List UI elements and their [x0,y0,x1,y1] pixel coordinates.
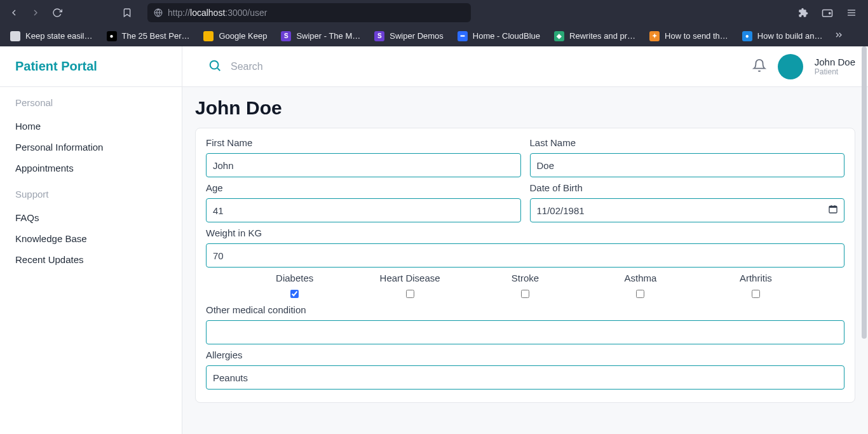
label-age: Age [206,182,521,193]
bookmark-item[interactable]: ◆Rewrites and pr… [549,29,641,44]
sidebar-item-knowledge-base[interactable]: Knowledge Base [15,228,166,249]
field-weight: Weight in KG [206,227,844,268]
url-bar[interactable]: http://localhost:3000/user [147,3,471,22]
bookmark-favicon: ● [742,31,752,41]
condition-label: Arthritis [740,273,772,283]
bookmark-item[interactable]: SSwiper - The M… [276,29,365,44]
input-first-name[interactable] [206,153,521,177]
globe-icon [154,8,163,17]
field-last-name: Last Name [530,137,845,177]
search-input[interactable] [231,61,358,72]
scrollbar[interactable] [862,46,867,434]
sidebar-header: Patient Portal [0,46,182,87]
bookmark-item[interactable]: Keep state easil… [5,29,98,44]
input-dob[interactable] [530,198,845,222]
bookmark-favicon: ✦ [649,31,660,41]
sidebar-section-label: Support [15,189,166,200]
bookmark-label: How to build an… [757,31,823,41]
bookmark-favicon [10,31,20,41]
input-weight[interactable] [206,243,844,268]
extensions-icon[interactable] [794,4,812,22]
checkbox-arthritis[interactable] [752,290,760,298]
svg-point-7 [210,60,219,69]
topbar: John Doe Patient [182,46,868,87]
forward-button[interactable] [27,4,44,22]
input-allergies[interactable] [206,365,844,390]
bookmark-label: Keep state easil… [25,31,93,41]
input-other-condition[interactable] [206,320,844,344]
form-card: First Name Last Name Age Date of Birth [195,128,855,403]
notifications-icon[interactable] [752,58,766,75]
field-allergies: Allergies [206,349,844,390]
bookmark-label: Rewrites and pr… [569,31,635,41]
search [208,58,752,75]
bookmark-item[interactable]: Google Keep [198,29,272,44]
avatar[interactable] [778,54,803,79]
bookmark-favicon: ● [107,31,117,41]
scrollbar-thumb[interactable] [862,46,867,339]
back-button[interactable] [5,4,23,22]
browser-chrome: http://localhost:3000/user Keep state ea… [0,0,868,46]
reload-button[interactable] [48,4,66,22]
checkbox-heart-disease[interactable] [406,290,414,298]
bookmark-item[interactable]: ✦How to send th… [644,29,733,44]
condition-asthma: Asthma [590,273,691,298]
content: John Doe First Name Last Name Age [182,87,868,434]
input-age[interactable] [206,198,521,222]
conditions-row: Diabetes Heart Disease Stroke Asthma [206,273,844,298]
bookmark-page-icon[interactable] [118,4,136,22]
sidebar-section-label: Personal [15,97,166,108]
bookmark-favicon: S [374,31,384,41]
condition-diabetes: Diabetes [244,273,345,298]
search-icon [208,58,222,75]
sidebar-item-appointments[interactable]: Appointments [15,158,166,179]
field-first-name: First Name [206,137,521,177]
sidebar-section-personal: Personal Home Personal Information Appoi… [0,87,182,179]
sidebar-item-personal-information[interactable]: Personal Information [15,137,166,158]
condition-arthritis: Arthritis [705,273,806,298]
bookmark-label: How to send th… [665,31,728,41]
menu-icon[interactable] [843,4,860,22]
bookmark-label: Swiper - The M… [296,31,360,41]
user-name: John Doe [815,57,855,67]
label-first-name: First Name [206,137,521,148]
sidebar-item-recent-updates[interactable]: Recent Updates [15,249,166,270]
input-last-name[interactable] [530,153,845,177]
condition-heart-disease: Heart Disease [359,273,460,298]
chrome-toolbar: http://localhost:3000/user [0,0,868,25]
checkbox-diabetes[interactable] [290,290,299,298]
field-age: Age [206,182,521,222]
checkbox-asthma[interactable] [636,290,644,298]
label-weight: Weight in KG [206,227,844,238]
condition-label: Diabetes [276,273,313,283]
label-allergies: Allergies [206,349,844,360]
condition-label: Stroke [512,273,539,283]
condition-stroke: Stroke [475,273,576,298]
field-other-condition: Other medical condition [206,304,844,344]
app: Patient Portal Personal Home Personal In… [0,46,868,434]
bookmark-item[interactable]: ●The 25 Best Per… [102,29,195,44]
checkbox-stroke[interactable] [521,290,529,298]
bookmark-item[interactable]: SSwiper Demos [369,29,449,44]
bookmarks-overflow-icon[interactable] [834,30,844,43]
bookmark-favicon: ◆ [554,31,564,41]
bookmark-label: The 25 Best Per… [122,31,190,41]
sidebar-section-support: Support FAQs Knowledge Base Recent Updat… [0,179,182,270]
sidebar-item-home[interactable]: Home [15,116,166,137]
condition-label: Heart Disease [380,273,440,283]
bookmark-item[interactable]: ●How to build an… [737,29,828,44]
page-title: John Doe [195,97,855,119]
bookmark-label: Google Keep [219,31,267,41]
sidebar: Patient Portal Personal Home Personal In… [0,46,182,434]
condition-label: Asthma [624,273,656,283]
label-dob: Date of Birth [530,182,845,193]
bookmark-label: Home - CloudBlue [473,31,540,41]
svg-point-3 [829,13,831,14]
user-meta: John Doe Patient [815,57,855,76]
label-other-condition: Other medical condition [206,304,844,315]
wallet-icon[interactable] [818,4,836,22]
bookmark-favicon [203,31,214,41]
sidebar-item-faqs[interactable]: FAQs [15,207,166,228]
bookmark-item[interactable]: ━Home - CloudBlue [452,29,545,44]
bookmark-favicon: S [281,31,291,41]
